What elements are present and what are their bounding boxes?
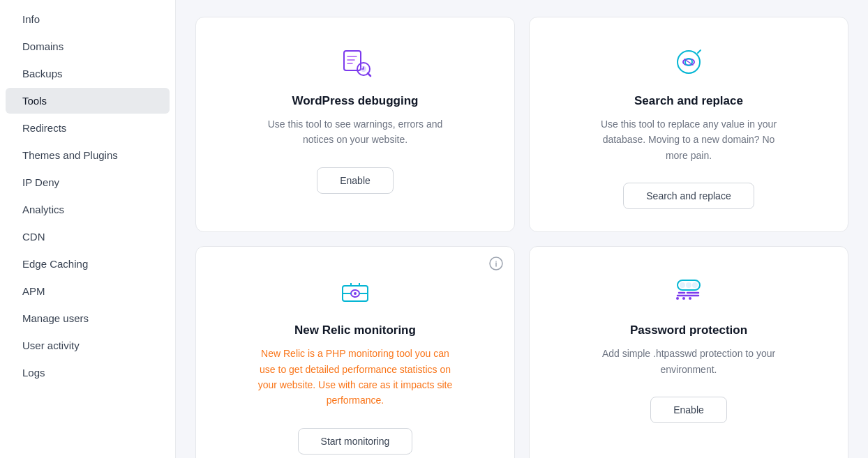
password-protection-icon <box>669 272 708 311</box>
card-description: New Relic is a PHP monitoring tool you c… <box>257 346 453 409</box>
svg-rect-0 <box>344 51 361 70</box>
info-icon[interactable] <box>489 257 503 270</box>
card-description: Use this tool to replace any value in yo… <box>591 116 786 163</box>
sidebar-item-redirects[interactable]: Redirects <box>6 115 170 141</box>
search-and-replace-icon <box>669 43 708 82</box>
sidebar-item-info[interactable]: Info <box>6 6 170 32</box>
sidebar-item-apm[interactable]: APM <box>6 278 170 304</box>
sidebar-item-ip-deny[interactable]: IP Deny <box>6 169 170 195</box>
sidebar-item-backups[interactable]: Backups <box>6 61 170 86</box>
svg-point-27 <box>689 297 691 300</box>
sidebar-item-edge-caching[interactable]: Edge Caching <box>6 251 170 277</box>
main-content: WordPress debugging Use this tool to see… <box>176 0 868 458</box>
sidebar-item-manage-users[interactable]: Manage users <box>6 305 170 331</box>
svg-point-23 <box>692 282 698 288</box>
sidebar-item-analytics[interactable]: Analytics <box>6 197 170 222</box>
card-description: Add simple .htpasswd protection to your … <box>591 346 786 377</box>
svg-point-22 <box>686 282 691 288</box>
svg-line-2 <box>368 73 371 76</box>
card-title: New Relic monitoring <box>294 323 416 337</box>
wordpress-debugging-icon <box>336 43 375 82</box>
svg-point-12 <box>495 261 497 262</box>
svg-point-26 <box>682 297 685 300</box>
card-password-protection: Password protection Add simple .htpasswd… <box>529 246 848 458</box>
cards-grid: WordPress debugging Use this tool to see… <box>195 17 848 458</box>
card-title: WordPress debugging <box>292 94 418 108</box>
sidebar-item-logs[interactable]: Logs <box>6 360 170 386</box>
card-button-new-relic-monitoring[interactable]: Start monitoring <box>298 428 413 455</box>
svg-point-15 <box>354 292 357 295</box>
svg-point-25 <box>676 297 679 300</box>
svg-line-9 <box>698 50 701 53</box>
sidebar-item-cdn[interactable]: CDN <box>6 224 170 250</box>
sidebar-item-tools[interactable]: Tools <box>6 88 170 114</box>
sidebar-item-themes-and-plugins[interactable]: Themes and Plugins <box>6 142 170 168</box>
sidebar-item-domains[interactable]: Domains <box>6 33 170 59</box>
svg-point-21 <box>680 282 685 288</box>
card-title: Search and replace <box>634 94 743 108</box>
card-title: Password protection <box>630 323 747 337</box>
card-new-relic-monitoring: New Relic monitoring New Relic is a PHP … <box>195 246 515 458</box>
card-button-password-protection[interactable]: Enable <box>650 397 727 423</box>
card-description: Use this tool to see warnings, errors an… <box>257 116 453 148</box>
sidebar-item-user-activity[interactable]: User activity <box>6 333 170 358</box>
card-button-wordpress-debugging[interactable]: Enable <box>317 167 394 194</box>
card-search-and-replace: Search and replace Use this tool to repl… <box>529 17 848 232</box>
new-relic-monitoring-icon <box>336 272 375 311</box>
card-wordpress-debugging: WordPress debugging Use this tool to see… <box>195 17 515 232</box>
sidebar: InfoDomainsBackupsToolsRedirectsThemes a… <box>0 0 176 458</box>
card-button-search-and-replace[interactable]: Search and replace <box>623 183 754 209</box>
